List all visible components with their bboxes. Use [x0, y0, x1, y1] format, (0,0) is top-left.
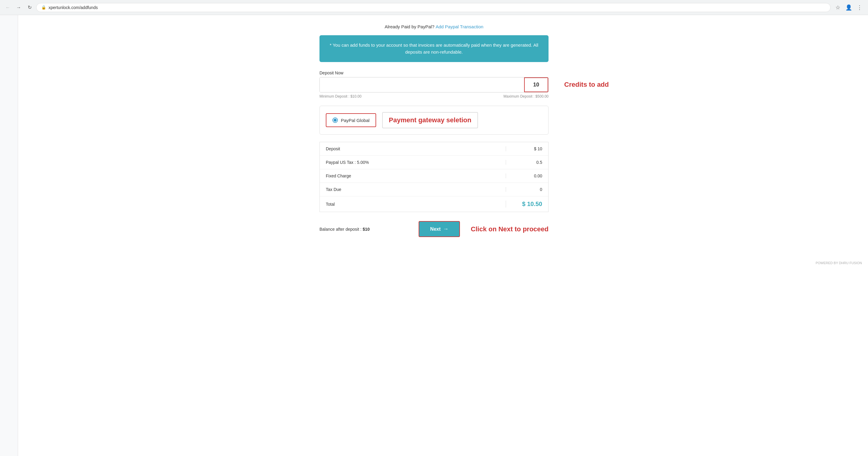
summary-row-tax: Paypal US Tax : 5.00% 0.5 — [320, 156, 548, 169]
profile-button[interactable]: 👤 — [844, 3, 854, 12]
summary-label-tax: Paypal US Tax : 5.00% — [326, 160, 500, 165]
summary-value-fixed: 0.00 — [512, 173, 542, 178]
summary-label-deposit: Deposit — [326, 146, 500, 151]
summary-divider-5 — [506, 201, 506, 207]
footer-text: POWERED BY DHRU FUSION — [815, 261, 862, 265]
summary-value-total: $ 10.50 — [512, 201, 542, 207]
top-link-bar: Already Paid by PayPal? Add Paypal Trans… — [319, 24, 549, 29]
balance-label: Balance after deposit : — [319, 227, 361, 232]
browser-chrome: ← → ↻ 🔒 xpertunlock.com/addfunds ☆ 👤 ⋮ — [0, 0, 868, 15]
next-button[interactable]: Next → — [418, 221, 460, 237]
bookmark-button[interactable]: ☆ — [833, 3, 843, 12]
summary-row-total: Total $ 10.50 — [320, 196, 548, 212]
address-bar[interactable]: 🔒 xpertunlock.com/addfunds — [36, 3, 831, 12]
payment-option-label: PayPal Global — [341, 118, 370, 123]
bottom-row: Balance after deposit : $10 Next → Click… — [319, 218, 549, 240]
balance-value: $10 — [363, 227, 370, 232]
next-arrow-icon: → — [443, 226, 448, 232]
next-button-label: Next — [430, 227, 441, 232]
summary-row-deposit: Deposit $ 10 — [320, 142, 548, 156]
next-group: Next → Click on Next to proceed — [418, 221, 549, 237]
summary-divider-4 — [506, 187, 506, 192]
max-deposit: Maximum Deposit : $500.00 — [504, 94, 549, 98]
add-paypal-link[interactable]: Add Paypal Transaction — [435, 24, 483, 29]
summary-row-fixed: Fixed Charge 0.00 — [320, 169, 548, 183]
summary-label-fixed: Fixed Charge — [326, 173, 500, 178]
deposit-input-wrapper: 10 — [319, 77, 549, 93]
payment-section: PayPal Global Payment gateway seletion — [319, 106, 549, 135]
radio-inner — [334, 119, 337, 122]
info-banner: * You can add funds to your account so t… — [319, 35, 549, 62]
browser-actions: ☆ 👤 ⋮ — [833, 3, 864, 12]
balance-text: Balance after deposit : $10 — [319, 227, 370, 232]
summary-row-taxdue: Tax Due 0 — [320, 183, 548, 196]
summary-value-taxdue: 0 — [512, 187, 542, 192]
deposit-input[interactable] — [320, 77, 524, 92]
credits-annotation: Credits to add — [564, 81, 609, 89]
url-text: xpertunlock.com/addfunds — [49, 5, 98, 10]
deposit-label: Deposit Now — [319, 70, 549, 75]
radio-button[interactable] — [333, 118, 338, 123]
min-deposit: Minimum Deposit : $10.00 — [319, 94, 361, 98]
content-area: Already Paid by PayPal? Add Paypal Trans… — [313, 15, 555, 258]
back-button[interactable]: ← — [4, 3, 12, 12]
summary-divider-3 — [506, 173, 506, 178]
reload-button[interactable]: ↻ — [25, 3, 34, 12]
summary-value-tax: 0.5 — [512, 160, 542, 165]
page-wrapper: Already Paid by PayPal? Add Paypal Trans… — [0, 15, 868, 456]
summary-divider — [506, 146, 506, 151]
summary-label-total: Total — [326, 202, 500, 207]
already-paid-text: Already Paid by PayPal? — [384, 24, 434, 29]
page-footer: POWERED BY DHRU FUSION — [0, 258, 868, 268]
paypal-option[interactable]: PayPal Global — [326, 113, 376, 127]
deposit-section: Deposit Now 10 Minimum Deposit : $10.00 … — [319, 70, 549, 98]
payment-gateway-annotation: Payment gateway seletion — [382, 112, 478, 128]
summary-value-deposit: $ 10 — [512, 146, 542, 151]
info-banner-text: * You can add funds to your account so t… — [330, 42, 538, 55]
next-annotation: Click on Next to proceed — [471, 225, 549, 233]
menu-button[interactable]: ⋮ — [855, 3, 864, 12]
forward-button[interactable]: → — [14, 3, 23, 12]
lock-icon: 🔒 — [41, 5, 46, 10]
summary-table: Deposit $ 10 Paypal US Tax : 5.00% 0.5 F… — [319, 142, 549, 212]
deposit-value-display: 10 — [524, 77, 548, 92]
summary-label-taxdue: Tax Due — [326, 187, 500, 192]
deposit-limits: Minimum Deposit : $10.00 Maximum Deposit… — [319, 94, 549, 98]
left-sidebar — [0, 15, 18, 456]
summary-divider-2 — [506, 160, 506, 165]
